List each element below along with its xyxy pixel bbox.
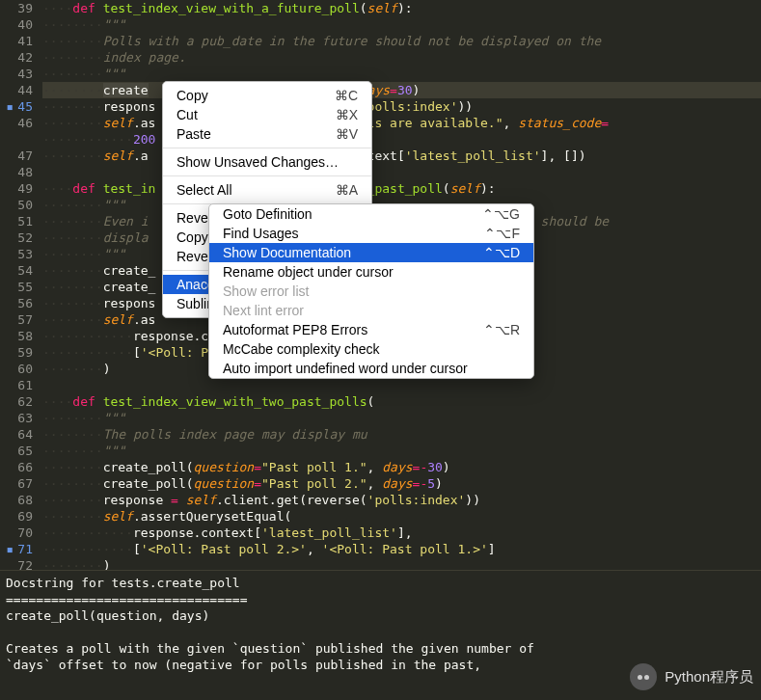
code-content[interactable]: ········index page.: [42, 49, 761, 66]
code-line[interactable]: 65········""": [0, 443, 761, 459]
line-number: 49: [0, 180, 42, 197]
code-line[interactable]: 63········""": [0, 410, 761, 426]
line-number: 66: [0, 459, 42, 475]
menu-item-label: Show Unsaved Changes…: [177, 154, 339, 170]
line-number: 43: [0, 66, 42, 82]
code-content[interactable]: ········""": [42, 410, 761, 426]
code-line[interactable]: 66········create_poll(question="Past pol…: [0, 459, 761, 475]
line-number: 62: [0, 393, 42, 410]
context-submenu-anaconda[interactable]: Goto Definition⌃⌥GFind Usages⌃⌥FShow Doc…: [208, 203, 534, 379]
line-number: 48: [0, 164, 42, 180]
code-content[interactable]: ········""": [42, 443, 761, 459]
menu-item-label: Copy: [177, 88, 208, 103]
code-line[interactable]: 40········""": [0, 16, 761, 33]
code-line[interactable]: 44········create , days=30): [0, 82, 761, 98]
code-content[interactable]: ············response.context['latest_pol…: [42, 525, 761, 541]
line-number: 59: [0, 344, 42, 361]
submenu-item-autoformat-pep-errors[interactable]: Autoformat PEP8 Errors⌃⌥R: [209, 320, 533, 339]
code-line[interactable]: 46········self.as olls are available.", …: [0, 115, 761, 131]
code-content[interactable]: ············200: [42, 131, 761, 148]
code-line[interactable]: 42········index page.: [0, 49, 761, 66]
code-content[interactable]: ········create_poll(question="Past poll …: [42, 459, 761, 475]
submenu-item-label: Auto import undefined word under cursor: [223, 361, 468, 376]
submenu-item-label: Find Usages: [223, 226, 299, 241]
code-line[interactable]: 68········response = self.client.get(rev…: [0, 492, 761, 508]
menu-shortcut: ⌃⌥D: [483, 245, 520, 260]
code-line[interactable]: 48: [0, 164, 761, 180]
code-line[interactable]: 43········""": [0, 66, 761, 82]
line-number: 47: [0, 148, 42, 164]
submenu-item-auto-import-undefined-word-under-cursor[interactable]: Auto import undefined word under cursor: [209, 359, 533, 378]
line-number: 46: [0, 115, 42, 131]
menu-item-show-unsaved-changes[interactable]: Show Unsaved Changes…: [163, 152, 371, 172]
code-line[interactable]: 64········The polls index page may displ…: [0, 426, 761, 443]
code-content[interactable]: ········response = self.client.get(rever…: [42, 492, 761, 508]
line-number: 53: [0, 246, 42, 262]
line-number: 50: [0, 197, 42, 213]
code-content[interactable]: ········self.as olls are available.", st…: [42, 115, 761, 131]
code-content[interactable]: [42, 164, 761, 180]
submenu-item-goto-definition[interactable]: Goto Definition⌃⌥G: [209, 204, 533, 224]
menu-shortcut: ⌃⌥G: [482, 206, 520, 222]
code-content[interactable]: ········create , days=30): [42, 82, 761, 98]
code-line[interactable]: 62····def test_index_view_with_two_past_…: [0, 393, 761, 410]
code-content[interactable]: ········self.assertQuerysetEqual(: [42, 508, 761, 525]
line-number: 63: [0, 410, 42, 426]
code-line[interactable]: 70············response.context['latest_p…: [0, 525, 761, 541]
submenu-item-mccabe-complexity-check[interactable]: McCabe complexity check: [209, 339, 533, 359]
menu-shortcut: ⌘X: [336, 107, 358, 122]
code-content[interactable]: ········""": [42, 16, 761, 33]
menu-separator: [163, 175, 371, 176]
menu-item-cut[interactable]: Cut⌘X: [163, 105, 371, 124]
code-content[interactable]: ····def test_index_view_with_two_past_po…: [42, 393, 761, 410]
line-number: 67: [0, 475, 42, 492]
line-number: 64: [0, 426, 42, 443]
submenu-item-rename-object-under-cursor[interactable]: Rename object under cursor: [209, 262, 533, 282]
line-number: 69: [0, 508, 42, 525]
line-number: 54: [0, 262, 42, 279]
code-line[interactable]: ▪71············['<Poll: Past poll 2.>', …: [0, 541, 761, 557]
code-content[interactable]: ········respons polls:index')): [42, 98, 761, 115]
code-line[interactable]: 41········Polls with a pub_date in the f…: [0, 33, 761, 49]
submenu-item-label: Goto Definition: [223, 206, 313, 222]
line-number: ▪45: [0, 98, 42, 115]
submenu-item-label: Show error list: [223, 283, 309, 299]
menu-item-select-all[interactable]: Select All⌘A: [163, 180, 371, 200]
line-number: 42: [0, 49, 42, 66]
line-number: 39: [0, 0, 42, 16]
code-line[interactable]: 69········self.assertQuerysetEqual(: [0, 508, 761, 525]
line-number: 57: [0, 311, 42, 328]
menu-shortcut: ⌘V: [336, 126, 358, 142]
menu-item-paste[interactable]: Paste⌘V: [163, 124, 371, 144]
line-number: 61: [0, 377, 42, 393]
watermark-text: Python程序员: [665, 668, 753, 687]
code-content[interactable]: ········self.a ontext['latest_poll_list'…: [42, 148, 761, 164]
line-number: 58: [0, 328, 42, 344]
line-number: 68: [0, 492, 42, 508]
code-content[interactable]: [42, 377, 761, 393]
code-line[interactable]: ············200: [0, 131, 761, 148]
code-content[interactable]: ········The polls index page may display…: [42, 426, 761, 443]
code-line[interactable]: 49····def test_in _past_poll(self):: [0, 180, 761, 197]
submenu-item-show-documentation[interactable]: Show Documentation⌃⌥D: [209, 243, 533, 262]
code-line[interactable]: 67········create_poll(question="Past pol…: [0, 475, 761, 492]
menu-item-copy[interactable]: Copy⌘C: [163, 86, 371, 105]
wechat-icon: [630, 663, 657, 690]
watermark: Python程序员: [630, 663, 753, 690]
line-number: [0, 131, 42, 148]
line-number: 40: [0, 16, 42, 33]
code-content[interactable]: ········""": [42, 66, 761, 82]
submenu-item-find-usages[interactable]: Find Usages⌃⌥F: [209, 224, 533, 243]
code-line[interactable]: 47········self.a ontext['latest_poll_lis…: [0, 148, 761, 164]
code-content[interactable]: ············['<Poll: Past poll 2.>', '<P…: [42, 541, 761, 557]
code-content[interactable]: ········create_poll(question="Past poll …: [42, 475, 761, 492]
menu-item-label: Cut: [177, 107, 198, 122]
code-line[interactable]: 39····def test_index_view_with_a_future_…: [0, 0, 761, 16]
code-line[interactable]: 61: [0, 377, 761, 393]
code-content[interactable]: ····def test_in _past_poll(self):: [42, 180, 761, 197]
code-line[interactable]: ▪45········respons polls:index')): [0, 98, 761, 115]
submenu-item-label: McCabe complexity check: [223, 341, 380, 357]
code-content[interactable]: ········Polls with a pub_date in the fut…: [42, 33, 761, 49]
code-content[interactable]: ····def test_index_view_with_a_future_po…: [42, 0, 761, 16]
line-number: 65: [0, 443, 42, 459]
